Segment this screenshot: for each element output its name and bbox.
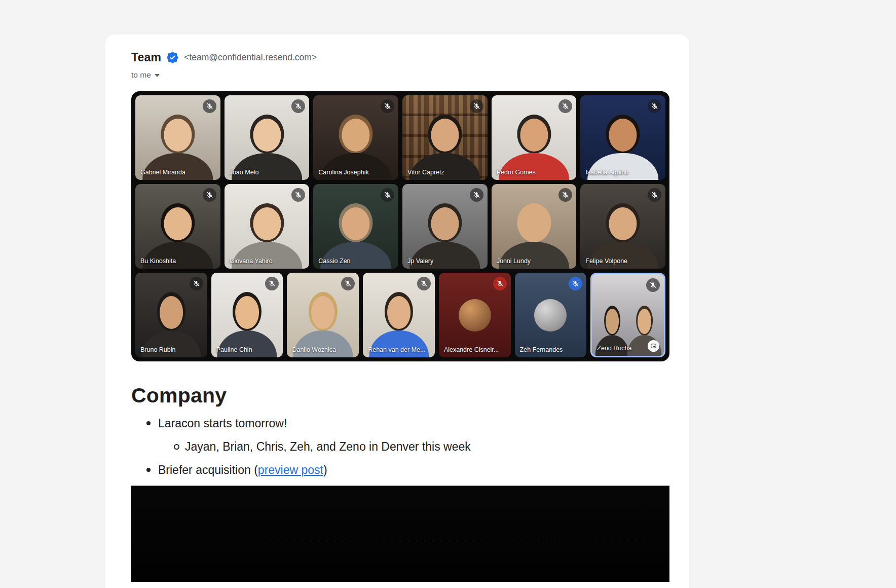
participant-name: Pedro Gomes	[497, 169, 536, 176]
participant-tile: Zeh Fernandes	[515, 273, 587, 357]
participant-name: Vitor Capretz	[407, 169, 444, 176]
embedded-dark-image	[131, 486, 669, 582]
video-call-grid-image: Gabriel MirandaJoao MeloCarolina Josephi…	[131, 91, 669, 361]
participant-tile: Alexandre Cisneir...	[439, 273, 511, 357]
participant-tile: Cassio Zen	[313, 184, 398, 269]
mic-off-icon	[294, 102, 302, 110]
recipient-label: to me	[131, 70, 151, 80]
mute-badge	[646, 278, 660, 292]
video-grid-row: Gabriel MirandaJoao MeloCarolina Josephi…	[135, 95, 665, 180]
mic-off-icon	[206, 102, 213, 110]
participant-name: Giovana Yahiro	[230, 258, 273, 265]
video-grid-row: Bu KinoshitaGiovana YahiroCassio ZenJp V…	[135, 184, 665, 269]
mute-badge	[558, 99, 572, 113]
participant-tile: Rehan van der Me...	[363, 273, 435, 357]
participant-tile: Jp Valery	[402, 184, 488, 269]
mute-badge	[190, 277, 203, 290]
participant-name: Rehan van der Me...	[368, 346, 425, 353]
mic-off-icon	[193, 280, 200, 287]
recipient-dropdown[interactable]: to me	[131, 69, 160, 81]
bullet-marker	[174, 444, 179, 450]
mic-off-icon	[384, 102, 391, 110]
mute-badge	[265, 277, 279, 290]
picture-in-picture-icon	[650, 343, 657, 349]
participant-name: Cassio Zen	[318, 258, 350, 265]
participant-tile: Zeno Rocha	[590, 273, 665, 357]
email-header: Team <team@confidential.resend.com>	[131, 50, 669, 65]
mic-off-icon	[206, 191, 213, 199]
mic-off-icon	[344, 280, 352, 287]
mic-off-icon	[496, 280, 504, 287]
participant-name: Bruno Rubin	[140, 346, 176, 353]
participant-tile: Isabella Aquino	[580, 95, 665, 180]
mute-badge	[470, 188, 483, 202]
participant-tile: Giovana Yahiro	[225, 184, 310, 269]
bullet-item: Briefer acquisition (preview post)	[131, 462, 669, 477]
mute-badge	[381, 188, 394, 202]
preview-post-link[interactable]: preview post	[258, 463, 323, 476]
mute-badge	[648, 188, 661, 202]
participant-tile: Jonni Lundy	[492, 184, 577, 269]
participant-name: Jp Valery	[407, 258, 433, 265]
mic-off-icon	[420, 280, 428, 287]
participant-name: Zeh Fernandes	[520, 346, 563, 353]
mute-badge	[648, 99, 661, 113]
participant-name: Isabella Aquino	[585, 169, 628, 176]
participant-tile: Bruno Rubin	[135, 273, 207, 357]
participant-name: Carolina Josephik	[318, 169, 368, 176]
mic-off-icon	[294, 191, 302, 199]
participant-tile: Pedro Gomes	[492, 95, 577, 180]
profile-avatar	[459, 299, 491, 332]
bullet-marker	[146, 421, 151, 425]
mic-off-icon	[384, 191, 391, 199]
mic-off-icon	[562, 102, 569, 110]
mic-off-icon	[562, 191, 569, 199]
mic-off-icon	[651, 102, 658, 110]
bullet-marker	[146, 468, 151, 472]
bullet-list: Laracon starts tomorrow!Jayan, Brian, Ch…	[131, 416, 669, 477]
participant-tile: Felipe Volpone	[580, 184, 665, 269]
mute-badge	[203, 188, 216, 202]
participant-tile: Danilo Woznica	[287, 273, 359, 357]
participant-tile: Carolina Josephik	[313, 95, 398, 180]
participant-name: Alexandre Cisneir...	[444, 346, 499, 353]
pip-button	[648, 340, 659, 352]
mute-badge	[291, 99, 305, 113]
mic-off-icon	[649, 281, 657, 289]
participant-name: Felipe Volpone	[585, 258, 627, 265]
mic-off-icon	[651, 191, 658, 199]
verified-badge-icon	[167, 52, 178, 63]
sender-name: Team	[131, 51, 161, 64]
mute-badge	[493, 277, 507, 290]
participant-tile: Pauline Chin	[211, 273, 283, 357]
mute-badge	[558, 188, 572, 202]
mute-badge	[381, 99, 394, 113]
sender-email: <team@confidential.resend.com>	[184, 52, 317, 63]
participant-tile: Joao Melo	[225, 95, 310, 180]
participant-name: Danilo Woznica	[292, 346, 336, 353]
participant-tile: Bu Kinoshita	[135, 184, 220, 269]
profile-avatar	[534, 299, 567, 332]
chevron-down-icon	[155, 74, 160, 77]
participant-tile: Gabriel Miranda	[135, 95, 220, 180]
mute-badge	[341, 277, 355, 290]
participant-name: Bu Kinoshita	[140, 258, 176, 265]
mic-off-icon	[268, 280, 276, 287]
mute-badge	[291, 188, 305, 202]
mic-off-icon	[473, 191, 480, 199]
section-heading: Company	[131, 384, 669, 408]
participant-name: Pauline Chin	[216, 346, 252, 353]
email-card: Team <team@confidential.resend.com> to m…	[105, 34, 689, 588]
participant-tile: Vitor Capretz	[402, 95, 488, 180]
mute-badge	[417, 277, 431, 290]
mic-off-icon	[572, 280, 579, 287]
bullet-item: Laracon starts tomorrow!	[131, 416, 669, 431]
video-grid-row: Bruno RubinPauline ChinDanilo WoznicaReh…	[135, 273, 665, 357]
participant-name: Jonni Lundy	[497, 258, 531, 265]
participant-name: Joao Melo	[230, 169, 259, 176]
mute-badge	[470, 99, 483, 113]
mic-off-icon	[473, 102, 480, 110]
participant-name: Gabriel Miranda	[140, 169, 185, 176]
participant-name: Zeno Rocha	[597, 345, 631, 352]
mute-badge	[203, 99, 216, 113]
